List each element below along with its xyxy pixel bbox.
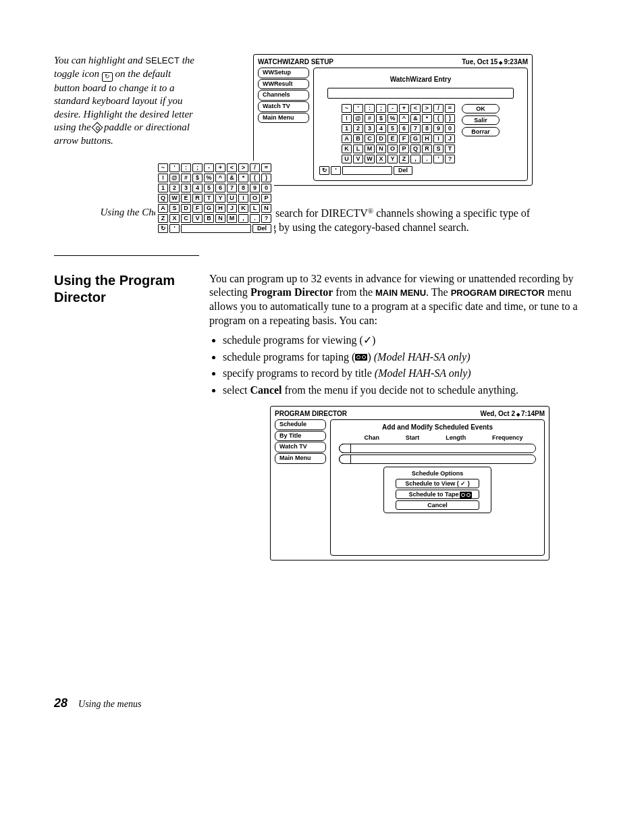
key-5[interactable]: 5: [387, 124, 398, 133]
schedule-row-1[interactable]: [339, 444, 536, 453]
key-C[interactable]: C: [365, 134, 375, 143]
ok-button[interactable]: OK: [462, 104, 500, 113]
key-*[interactable]: *: [238, 174, 248, 182]
key-Q[interactable]: Q: [158, 194, 168, 203]
key-4[interactable]: 4: [192, 184, 203, 192]
key-J[interactable]: J: [445, 134, 455, 143]
key--[interactable]: -: [387, 104, 398, 113]
key-H[interactable]: H: [215, 204, 225, 213]
key-$[interactable]: $: [192, 174, 203, 182]
salir-button[interactable]: Salir: [462, 115, 500, 125]
key-)[interactable]: ): [445, 114, 455, 123]
key-*[interactable]: *: [422, 114, 432, 123]
key-$[interactable]: $: [376, 114, 386, 123]
del-key[interactable]: Del: [252, 224, 271, 233]
key-L[interactable]: L: [353, 145, 363, 153]
del-key[interactable]: Del: [394, 166, 412, 175]
key-.[interactable]: .: [422, 155, 432, 163]
key-#[interactable]: #: [181, 174, 191, 182]
key-F[interactable]: F: [399, 134, 409, 143]
key-G[interactable]: G: [410, 134, 421, 143]
key-S[interactable]: S: [433, 145, 444, 153]
key-~[interactable]: ~: [342, 104, 352, 113]
key-3[interactable]: 3: [181, 184, 191, 192]
key-Y[interactable]: Y: [215, 194, 225, 203]
key-V[interactable]: V: [353, 155, 363, 163]
opt-view[interactable]: Schedule to View ( ✓ ): [396, 479, 479, 488]
key-<[interactable]: <: [227, 163, 237, 172]
key-0[interactable]: 0: [445, 124, 455, 133]
key-W[interactable]: W: [169, 194, 180, 203]
key-E[interactable]: E: [181, 194, 191, 203]
key-7[interactable]: 7: [227, 184, 237, 192]
key-<[interactable]: <: [410, 104, 421, 113]
key-X[interactable]: X: [169, 214, 180, 223]
tab-bytitle[interactable]: By Title: [275, 431, 326, 442]
key-@[interactable]: @: [169, 174, 180, 182]
tab-wwresult[interactable]: WWResult: [258, 79, 309, 90]
borrar-button[interactable]: Borrar: [462, 127, 500, 136]
key-;[interactable]: ;: [192, 163, 203, 172]
key-1[interactable]: 1: [342, 124, 352, 133]
key-M[interactable]: M: [365, 145, 375, 153]
key-A[interactable]: A: [342, 134, 352, 143]
key-L[interactable]: L: [250, 204, 260, 213]
key-%[interactable]: %: [387, 114, 398, 123]
key-&[interactable]: &: [410, 114, 421, 123]
key-I[interactable]: I: [238, 194, 248, 203]
key-5[interactable]: 5: [204, 184, 214, 192]
key-+[interactable]: +: [215, 163, 225, 172]
key-.[interactable]: .: [250, 214, 260, 223]
key-K[interactable]: K: [238, 204, 248, 213]
key-1[interactable]: 1: [158, 184, 168, 192]
key-P[interactable]: P: [261, 194, 271, 203]
key-H[interactable]: H: [422, 134, 432, 143]
key-9[interactable]: 9: [433, 124, 444, 133]
key-~[interactable]: ~: [158, 163, 168, 172]
key-M[interactable]: M: [227, 214, 237, 223]
opt-tape[interactable]: Schedule to Tape ( ): [396, 490, 479, 499]
key-D[interactable]: D: [376, 134, 386, 143]
key-8[interactable]: 8: [238, 184, 248, 192]
key-U[interactable]: U: [227, 194, 237, 203]
space-key[interactable]: [342, 166, 392, 175]
tab-mainmenu2[interactable]: Main Menu: [275, 453, 326, 464]
key-?[interactable]: ?: [445, 155, 455, 163]
key-,[interactable]: ,: [410, 155, 421, 163]
key-R[interactable]: R: [422, 145, 432, 153]
key-E[interactable]: E: [387, 134, 398, 143]
key-Y[interactable]: Y: [387, 155, 398, 163]
key-'[interactable]: ': [169, 163, 180, 172]
tab-schedule[interactable]: Schedule: [275, 419, 326, 430]
key-O[interactable]: O: [387, 145, 398, 153]
key-;[interactable]: ;: [376, 104, 386, 113]
key->[interactable]: >: [238, 163, 248, 172]
key-'[interactable]: ': [433, 155, 444, 163]
key-&[interactable]: &: [227, 174, 237, 182]
key-)[interactable]: ): [261, 174, 271, 182]
key-^[interactable]: ^: [399, 114, 409, 123]
key-/[interactable]: /: [250, 163, 260, 172]
opt-cancel[interactable]: Cancel: [396, 500, 479, 510]
key-([interactable]: (: [250, 174, 260, 182]
key-=[interactable]: =: [261, 163, 271, 172]
key--[interactable]: -: [204, 163, 214, 172]
key-@[interactable]: @: [353, 114, 363, 123]
key-N[interactable]: N: [215, 214, 225, 223]
key-9[interactable]: 9: [250, 184, 260, 192]
key-:[interactable]: :: [181, 163, 191, 172]
key-B[interactable]: B: [353, 134, 363, 143]
key-+[interactable]: +: [399, 104, 409, 113]
key-I[interactable]: I: [433, 134, 444, 143]
key-R[interactable]: R: [192, 194, 203, 203]
key-G[interactable]: G: [204, 204, 214, 213]
key-X[interactable]: X: [376, 155, 386, 163]
key-([interactable]: (: [433, 114, 444, 123]
ww-text-input[interactable]: [327, 88, 514, 99]
key-Q[interactable]: Q: [410, 145, 421, 153]
key-^[interactable]: ^: [215, 174, 225, 182]
tab-channels[interactable]: Channels: [258, 90, 309, 101]
key-,[interactable]: ,: [238, 214, 248, 223]
schedule-row-2[interactable]: [339, 454, 536, 464]
key-C[interactable]: C: [181, 214, 191, 223]
